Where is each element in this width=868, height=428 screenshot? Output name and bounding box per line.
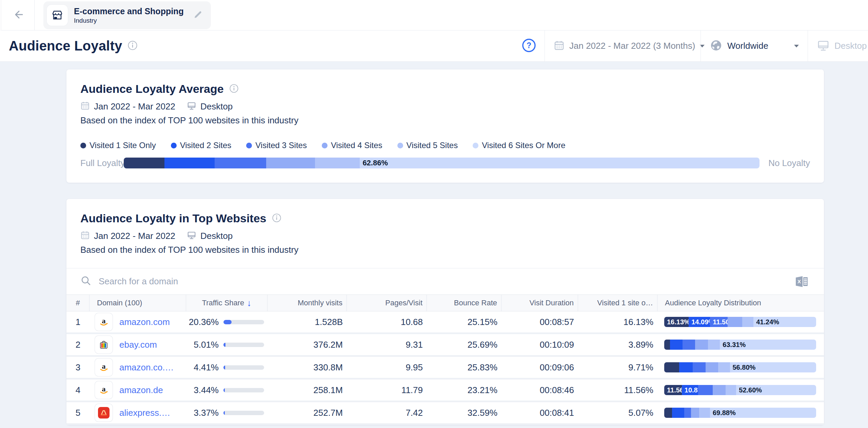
domain-cell: ebay.com xyxy=(90,334,186,355)
column-header[interactable]: Domain (100) xyxy=(90,295,186,311)
pages-per-visit-cell: 9.95 xyxy=(347,357,427,378)
legend-dot-icon xyxy=(473,143,478,148)
column-header[interactable]: Visit Duration xyxy=(501,295,578,311)
traffic-share-value: 3.37% xyxy=(194,408,219,418)
loyalty-segment: 41.24% xyxy=(753,317,816,327)
column-header[interactable]: # xyxy=(66,295,90,311)
loyalty-segment xyxy=(728,317,742,327)
excel-export-button[interactable]: X xyxy=(795,276,809,288)
desktop-monitor-icon xyxy=(817,39,830,53)
date-range-label: Jan 2022 - Mar 2022 xyxy=(94,231,175,241)
distribution-cell: 16.13%14.09%11.50%41.24% xyxy=(657,311,824,332)
loyalty-segment xyxy=(726,385,736,395)
info-icon[interactable] xyxy=(127,40,138,52)
visit-duration-cell: 00:09:06 xyxy=(501,357,578,378)
country-dropdown[interactable]: Worldwide xyxy=(701,30,808,61)
info-icon[interactable] xyxy=(229,84,239,95)
date-range-label: Jan 2022 - Mar 2022 xyxy=(94,101,175,112)
loyalty-segment xyxy=(695,340,708,350)
monthly-visits-cell: 376.2M xyxy=(268,334,347,355)
column-header[interactable]: Visited 1 site o… xyxy=(578,295,657,311)
loyalty-segment-label: 16.13% xyxy=(664,318,689,326)
storefront-icon xyxy=(47,5,68,26)
no-loyalty-label: No Loyalty xyxy=(768,158,810,168)
loyalty-segment xyxy=(215,158,266,168)
question-mark-icon: ? xyxy=(521,38,536,54)
loyalty-segment-label: 62.86% xyxy=(360,159,391,167)
column-header[interactable]: Pages/Visit xyxy=(347,295,427,311)
country-value: Worldwide xyxy=(727,41,768,51)
date-range-value: Jan 2022 - Mar 2022 (3 Months) xyxy=(569,41,695,51)
desktop-monitor-icon xyxy=(187,230,196,241)
date-range-dropdown[interactable]: Jan 2022 - Mar 2022 (3 Months) xyxy=(545,30,701,61)
column-header[interactable]: Bounce Rate xyxy=(427,295,501,311)
domain-link[interactable]: aliexpress.… xyxy=(119,408,170,418)
table-body: 1 a amazon.com 20.36% 1.528B 10.68 25.15… xyxy=(66,311,824,425)
legend-item: Visited 5 Sites xyxy=(397,141,458,150)
visit-duration-cell: 00:08:46 xyxy=(501,380,578,401)
site-favicon: a xyxy=(95,313,113,331)
loyalty-segment xyxy=(684,408,691,418)
loyalty-segment xyxy=(699,408,710,418)
traffic-share-cell: 20.36% xyxy=(186,311,268,332)
column-header-label: # xyxy=(76,299,80,307)
column-header-label: Monthly visits xyxy=(298,299,342,307)
chevron-down-icon xyxy=(794,45,799,47)
traffic-share-cell: 5.01% xyxy=(186,334,268,355)
search-input[interactable] xyxy=(99,276,788,287)
pages-per-visit-cell: 11.79 xyxy=(347,380,427,401)
svg-text:a: a xyxy=(102,317,106,325)
loyalty-segment xyxy=(672,408,684,418)
visited-1-site-cell: 16.13% xyxy=(578,311,657,332)
edit-pencil-icon[interactable] xyxy=(193,10,203,21)
calendar-icon xyxy=(554,40,565,52)
pages-per-visit-cell: 9.31 xyxy=(347,334,427,355)
domain-cell: aliexpress.… xyxy=(90,402,186,423)
bounce-rate-cell: 23.21% xyxy=(427,380,501,401)
rank-cell: 2 xyxy=(66,334,90,355)
calendar-icon xyxy=(80,101,90,112)
loyalty-distribution-bar: 63.31% xyxy=(664,340,816,350)
rank-cell: 3 xyxy=(66,357,90,378)
help-button[interactable]: ? xyxy=(521,30,545,61)
domain-cell: a amazon.de xyxy=(90,380,186,401)
loyalty-segment xyxy=(679,362,693,372)
table-row: 1 a amazon.com 20.36% 1.528B 10.68 25.15… xyxy=(66,311,824,334)
distribution-cell: 63.31% xyxy=(657,334,824,355)
loyalty-segment xyxy=(693,362,706,372)
column-header-label: Bounce Rate xyxy=(454,299,497,307)
traffic-share-value: 20.36% xyxy=(189,317,219,327)
domain-link[interactable]: ebay.com xyxy=(119,340,157,350)
section-title: Audience Loyalty in Top Websites xyxy=(80,212,267,225)
svg-text:a: a xyxy=(102,362,106,370)
loyalty-segment: 69.88% xyxy=(710,408,816,418)
column-header[interactable]: Monthly visits xyxy=(268,295,347,311)
audience-loyalty-average-card: Audience Loyalty Average Jan 2022 - Mar … xyxy=(66,69,824,183)
industry-selector-chip[interactable]: E-commerce and Shopping Industry xyxy=(43,1,211,29)
loyalty-segment xyxy=(664,362,679,372)
bounce-rate-cell: 25.83% xyxy=(427,357,501,378)
column-header-label: Traffic Share xyxy=(202,299,244,307)
loyalty-segment-label: 11.56% xyxy=(664,386,682,394)
full-loyalty-label: Full Loyalty xyxy=(80,158,124,168)
domain-link[interactable]: amazon.de xyxy=(119,385,163,395)
domain-cell: a amazon.co.… xyxy=(90,357,186,378)
domain-link[interactable]: amazon.com xyxy=(119,317,170,327)
device-filter[interactable]: Desktop xyxy=(808,30,868,61)
sort-desc-icon: ↓ xyxy=(247,299,251,307)
page-title: Audience Loyalty xyxy=(9,38,122,54)
column-header[interactable]: Traffic Share↓ xyxy=(186,295,268,311)
entity-type: Industry xyxy=(74,17,184,24)
domain-link[interactable]: amazon.co.… xyxy=(119,362,174,373)
site-favicon xyxy=(95,336,113,353)
visit-duration-cell: 00:08:57 xyxy=(501,311,578,332)
traffic-share-value: 4.41% xyxy=(194,362,219,373)
legend-item: Visited 6 Sites Or More xyxy=(473,141,565,150)
column-header-label: Pages/Visit xyxy=(385,299,422,307)
back-button[interactable] xyxy=(2,0,35,30)
info-icon[interactable] xyxy=(272,213,281,224)
legend-item: Visited 2 Sites xyxy=(171,141,232,150)
loyalty-segment xyxy=(164,158,215,168)
loyalty-segment xyxy=(683,340,695,350)
column-header[interactable]: Audience Loyalty Distribution xyxy=(657,295,824,311)
